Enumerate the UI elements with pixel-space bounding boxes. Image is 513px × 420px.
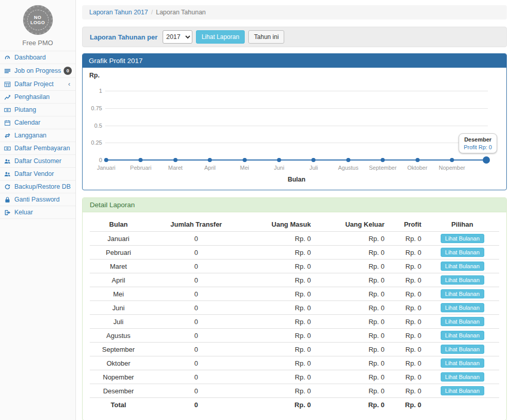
sidebar-item-label: Daftar Vendor (14, 170, 71, 177)
table-cell: Rp. 0 (245, 232, 315, 246)
table-cell-action: Lihat Bulanan (425, 343, 499, 356)
data-point-nopember[interactable] (450, 158, 454, 162)
table-row: September0Rp. 0Rp. 0Rp. 0Lihat Bulanan (90, 343, 499, 356)
sidebar-item-ganti-password[interactable]: Ganti Password (0, 193, 75, 206)
data-point-september[interactable] (381, 158, 385, 162)
lihat-bulanan-button[interactable]: Lihat Bulanan (441, 289, 484, 298)
lihat-bulanan-button[interactable]: Lihat Bulanan (441, 303, 484, 312)
sidebar-item-dashboard[interactable]: Dashboard (0, 51, 75, 64)
refresh-icon (4, 184, 12, 190)
lihat-laporan-button[interactable]: Lihat Laporan (196, 30, 245, 44)
lihat-bulanan-button[interactable]: Lihat Bulanan (441, 372, 484, 382)
data-point-agustus[interactable] (346, 158, 350, 162)
table-cell: 0 (147, 315, 246, 329)
lihat-bulanan-button[interactable]: Lihat Bulanan (441, 275, 484, 285)
lihat-bulanan-button[interactable]: Lihat Bulanan (441, 248, 484, 257)
data-point-mei[interactable] (243, 158, 247, 162)
data-point-juni[interactable] (277, 158, 281, 162)
table-cell-action: Lihat Bulanan (425, 246, 499, 259)
lihat-bulanan-button[interactable]: Lihat Bulanan (441, 386, 484, 395)
sidebar-item-job-on-progress[interactable]: Job on Progress0 (0, 64, 75, 77)
table-row: Oktober0Rp. 0Rp. 0Rp. 0Lihat Bulanan (90, 356, 499, 370)
sidebar-item-backup-restore-db[interactable]: Backup/Restore DB (0, 180, 75, 193)
year-select[interactable]: 2017 (163, 30, 192, 44)
table-cell-action: Lihat Bulanan (425, 329, 499, 343)
gridline (105, 91, 488, 91)
profit-series-line (106, 159, 486, 161)
data-point-juli[interactable] (311, 158, 315, 162)
table-cell-action: Lihat Bulanan (425, 287, 499, 301)
table-cell: 0 (147, 232, 246, 246)
logo-text: NO LOGO (27, 10, 49, 30)
dashboard-icon (4, 54, 12, 61)
chart-line-icon (4, 94, 12, 101)
lihat-bulanan-button[interactable]: Lihat Bulanan (441, 317, 484, 326)
sidebar-item-piutang[interactable]: Piutang (0, 103, 75, 116)
data-point-januari[interactable] (104, 158, 108, 162)
job-count-badge: 0 (64, 67, 72, 75)
money-icon (4, 145, 12, 152)
sidebar-item-label: Penghasilan (14, 93, 71, 101)
table-cell: Rp. 0 (245, 287, 315, 301)
table-cell: Rp. 0 (315, 356, 389, 370)
breadcrumb-link[interactable]: Laporan Tahun 2017 (89, 9, 148, 16)
table-cell-action: Lihat Bulanan (425, 356, 499, 370)
data-point-maret[interactable] (173, 158, 177, 162)
sidebar-item-daftar-project[interactable]: Daftar Project‹ (0, 77, 75, 90)
column-header: Profit (389, 217, 426, 232)
y-tick-label: 0.5 (83, 123, 102, 129)
table-cell: Rp. 0 (389, 246, 426, 259)
table-cell: Rp. 0 (315, 246, 389, 259)
data-point-april[interactable] (208, 158, 212, 162)
lihat-bulanan-button[interactable]: Lihat Bulanan (441, 262, 484, 271)
table-cell-action: Lihat Bulanan (425, 259, 499, 273)
y-axis-title: Rp. (89, 72, 100, 79)
sidebar-item-daftar-customer[interactable]: Daftar Customer (0, 154, 75, 167)
sidebar-item-langganan[interactable]: Langganan (0, 129, 75, 142)
table-cell: Maret (90, 259, 147, 273)
column-header: Jumlah Transfer (147, 217, 246, 232)
table-cell-action: Lihat Bulanan (425, 273, 499, 287)
sidebar-item-daftar-pembayaran[interactable]: Daftar Pembayaran (0, 142, 75, 154)
x-tick-label: Nopember (431, 165, 472, 171)
y-tick-label: 0.75 (83, 105, 102, 111)
report-panel-body: BulanJumlah TransferUang MasukUang Kelua… (83, 212, 506, 420)
table-cell: Rp. 0 (245, 301, 315, 315)
report-panel-title: Detail Laporan (83, 198, 506, 212)
table-total-row: Total0Rp. 0Rp. 0Rp. 0 (90, 398, 499, 411)
sidebar-item-daftar-vendor[interactable]: Daftar Vendor (0, 167, 75, 180)
table-cell: Rp. 0 (245, 246, 315, 259)
data-point-pebruari[interactable] (139, 158, 143, 162)
table-cell: Rp. 0 (245, 329, 315, 343)
data-point-oktober[interactable] (416, 158, 420, 162)
total-cell: Rp. 0 (245, 398, 315, 411)
lihat-bulanan-button[interactable]: Lihat Bulanan (441, 234, 484, 243)
table-cell: Juli (90, 315, 147, 329)
table-cell: 0 (147, 301, 246, 315)
table-cell: Oktober (90, 356, 147, 370)
tooltip-title: Desember (464, 136, 492, 143)
money-icon (4, 107, 12, 113)
sidebar-item-label: Daftar Customer (14, 157, 71, 165)
tooltip-value: Profit Rp: 0 (464, 144, 492, 150)
data-point-desember[interactable] (483, 156, 490, 164)
sidebar-item-calendar[interactable]: Calendar (0, 116, 75, 129)
table-cell: Agustus (90, 329, 147, 343)
table-cell: Rp. 0 (315, 343, 389, 356)
table-cell: Rp. 0 (315, 301, 389, 315)
lihat-bulanan-button[interactable]: Lihat Bulanan (441, 345, 484, 354)
table-cell: Januari (90, 232, 147, 246)
sidebar-item-label: Daftar Project (14, 81, 66, 88)
column-header: Uang Keluar (315, 217, 389, 232)
sidebar-item-penghasilan[interactable]: Penghasilan (0, 90, 75, 103)
lihat-bulanan-button[interactable]: Lihat Bulanan (441, 331, 484, 340)
table-cell-action: Lihat Bulanan (425, 232, 499, 246)
table-cell: Rp. 0 (389, 273, 426, 287)
sidebar-item-keluar[interactable]: Keluar (0, 206, 75, 219)
sidebar-item-label: Dashboard (14, 54, 71, 61)
table-row: Januari0Rp. 0Rp. 0Rp. 0Lihat Bulanan (90, 232, 499, 246)
tahun-ini-button[interactable]: Tahun ini (248, 30, 284, 44)
lihat-bulanan-button[interactable]: Lihat Bulanan (441, 358, 484, 368)
table-cell: 0 (147, 273, 246, 287)
table-cell: Rp. 0 (245, 356, 315, 370)
